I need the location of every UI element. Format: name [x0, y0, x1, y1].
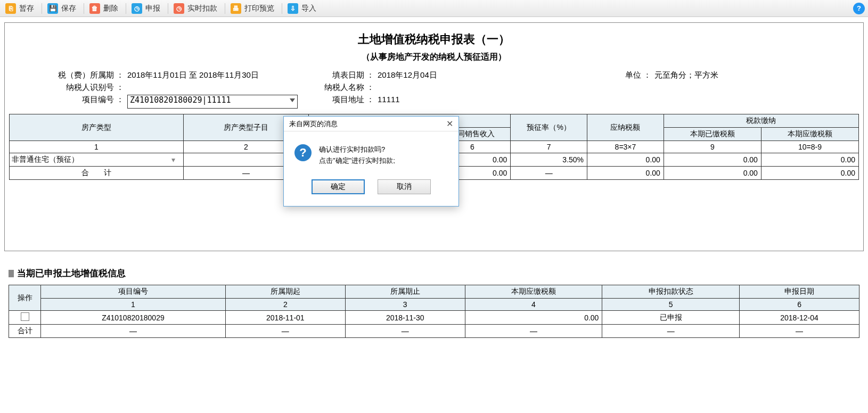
paid-cell[interactable]: 0.00: [664, 153, 761, 167]
btn-label: 实时扣款: [187, 4, 217, 13]
data-row: Z41010820180029 2018-11-01 2018-11-30 0.…: [9, 311, 859, 325]
fill-date-value: 2018年12月04日: [378, 70, 537, 80]
btn-label: 打印预览: [244, 4, 274, 13]
toolbar-separator: [168, 3, 168, 14]
import-button[interactable]: ⇩导入: [286, 2, 320, 15]
project-no: Z41010820180029: [41, 311, 226, 325]
import-icon: ⇩: [288, 3, 298, 14]
dash: —: [465, 325, 602, 338]
idx: 1: [41, 299, 226, 311]
btn-label: 导入: [301, 4, 316, 13]
total-payable: 0.00: [587, 167, 664, 180]
delete-button[interactable]: 🗑删除: [88, 2, 121, 15]
chevron-down-icon: ▾: [171, 155, 180, 164]
idx: 10=8-9: [761, 141, 858, 153]
dash: —: [225, 325, 345, 338]
confirm-dialog: 来自网页的消息 ✕ ? 确认进行实时扣款吗? 点击"确定"进行实时扣款; 确定 …: [283, 116, 459, 206]
declared-table: 操作 项目编号 所属期起 所属期止 本期应缴税额 申报扣款状态 申报日期 1 2…: [9, 285, 859, 338]
msg-line: 点击"确定"进行实时扣款;: [319, 155, 395, 167]
rate-cell[interactable]: 3.50%: [511, 153, 587, 167]
checkbox-icon[interactable]: [21, 312, 29, 321]
period-label: 税（费）所属期 ：: [21, 70, 127, 80]
col-status: 申报扣款状态: [602, 285, 740, 299]
page-content: 土地增值税纳税申报表（一） （从事房地产开发的纳税人预征适用） 税（费）所属期 …: [0, 17, 868, 349]
dash: —: [602, 325, 740, 338]
save-icon: 💾: [47, 3, 58, 14]
total-rate: —: [511, 167, 587, 180]
index-row: 1 2 3 4 5 6: [9, 299, 859, 311]
col-tax-payment-group: 税款缴纳: [664, 114, 858, 128]
dialog-title: 来自网页的消息: [289, 119, 338, 129]
cancel-button[interactable]: 取消: [378, 179, 431, 194]
tax-due: 0.00: [465, 311, 602, 325]
col-period-end: 所属期止: [345, 285, 465, 299]
idx: 3: [345, 299, 465, 311]
property-type-cell[interactable]: 非普通住宅（预征）▾: [10, 153, 184, 167]
tax-payable-cell: 0.00: [587, 153, 664, 167]
temp-save-button[interactable]: ⎘暂存: [4, 2, 37, 15]
project-no-label: 项目编号 ：: [21, 95, 127, 109]
col-prelevy-rate: 预征率（%）: [511, 114, 587, 141]
due-cell: 0.00: [761, 153, 858, 167]
idx: 6: [740, 299, 859, 311]
declared-section-header: 当期已申报土地增值税信息: [9, 267, 859, 279]
toolbar-separator: [84, 3, 84, 14]
unit-label: 单位 ：: [537, 70, 654, 80]
col-paid: 本期已缴税额: [664, 128, 761, 141]
project-no-value: Z41010820180029|11111: [130, 95, 231, 105]
help-icon[interactable]: ?: [853, 3, 865, 14]
total-row: 合计 — — — — — —: [9, 325, 859, 338]
idx: 4: [465, 299, 602, 311]
taxpayer-name-label: 纳税人名称 ：: [314, 82, 378, 93]
close-icon[interactable]: ✕: [446, 119, 453, 129]
dash: —: [41, 325, 226, 338]
idx: 9: [664, 141, 761, 153]
project-no-select[interactable]: Z41010820180029|11111: [127, 95, 298, 109]
total-label: 合计: [9, 325, 41, 338]
msg-line: 确认进行实时扣款吗?: [319, 144, 395, 155]
period-end: 2018-11-30: [345, 311, 465, 325]
total-paid: 0.00: [664, 167, 761, 180]
realtime-deduct-button[interactable]: ◷实时扣款: [173, 2, 220, 15]
print-preview-button[interactable]: 🖶打印预览: [230, 2, 277, 15]
taxpayer-name-value: [378, 82, 537, 93]
form-title: 土地增值税纳税申报表（一）: [5, 31, 863, 47]
form-subtitle: （从事房地产开发的纳税人预征适用）: [5, 52, 863, 63]
col-property-type: 房产类型: [10, 114, 184, 141]
col-tax-due: 本期应缴税额: [465, 285, 602, 299]
col-project-no: 项目编号: [41, 285, 226, 299]
toolbar-separator: [42, 3, 42, 14]
total-label: 合 计: [10, 167, 184, 180]
project-addr-label: 项目地址 ：: [314, 95, 378, 109]
col-period-start: 所属期起: [225, 285, 345, 299]
dash: —: [345, 325, 465, 338]
btn-label: 暂存: [19, 4, 34, 13]
unit-value: 元至角分；平方米: [654, 70, 761, 80]
dash: —: [740, 325, 859, 338]
clock-icon: ◷: [174, 3, 184, 14]
col-due: 本期应缴税额: [761, 128, 858, 141]
btn-label: 申报: [145, 4, 160, 13]
main-toolbar: ⎘暂存 💾保存 🗑删除 ◷申报 ◷实时扣款 🖶打印预览 ⇩导入 ?: [0, 0, 868, 17]
row-checkbox-cell[interactable]: [9, 311, 41, 325]
declare-button[interactable]: ◷申报: [130, 2, 163, 15]
taxpayer-id-label: 纳税人识别号 ：: [21, 82, 127, 93]
idx: 8=3×7: [587, 141, 664, 153]
question-icon: ?: [294, 144, 312, 161]
declare-date: 2018-12-04: [740, 311, 859, 325]
col-declare-date: 申报日期: [740, 285, 859, 299]
col-op: 操作: [9, 285, 41, 311]
fill-date-label: 填表日期 ：: [314, 70, 378, 80]
dialog-message: 确认进行实时扣款吗? 点击"确定"进行实时扣款;: [319, 144, 395, 167]
save-button[interactable]: 💾保存: [46, 2, 79, 15]
declare-icon: ◷: [132, 3, 142, 14]
toolbar-separator: [126, 3, 126, 14]
idx: 1: [10, 141, 184, 153]
section-bar-icon: [9, 270, 14, 277]
idx: 2: [225, 299, 345, 311]
ok-button[interactable]: 确定: [312, 179, 365, 194]
status: 已申报: [602, 311, 740, 325]
btn-label: 删除: [103, 4, 118, 13]
idx: 5: [602, 299, 740, 311]
print-icon: 🖶: [231, 3, 241, 14]
